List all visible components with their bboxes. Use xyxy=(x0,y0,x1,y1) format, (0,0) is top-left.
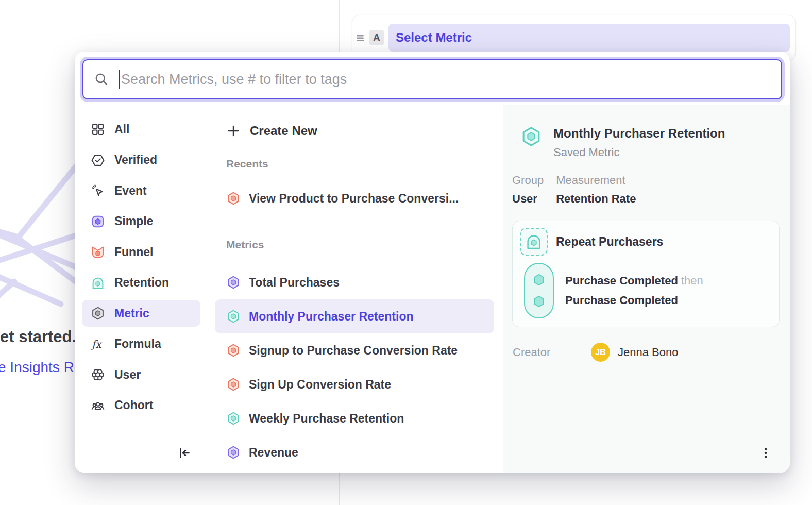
metric-type-label: Saved Metric xyxy=(553,145,725,160)
app-root: et started. e Insights Re A Select Metri… xyxy=(0,0,812,505)
definition-card: Repeat Purchasers Purcha xyxy=(512,221,780,327)
verified-icon xyxy=(91,153,105,167)
formula-icon: ƒx xyxy=(91,337,105,351)
hexagon-icon xyxy=(226,275,241,290)
insights-report-link-fragment[interactable]: e Insights Re xyxy=(0,359,82,376)
group-meta: Group User xyxy=(512,173,544,206)
sidebar-item-simple[interactable]: Simple xyxy=(82,208,200,235)
hexagon-icon xyxy=(226,377,241,392)
measurement-label: Measurement xyxy=(556,173,636,188)
kebab-menu-icon[interactable] xyxy=(759,446,772,460)
hexagon-icon xyxy=(226,343,241,358)
cohort-icon xyxy=(91,398,105,413)
definition-name: Repeat Purchasers xyxy=(556,235,663,249)
sidebar-item-label: Event xyxy=(114,184,147,198)
funnel-step: Purchase Completed xyxy=(565,293,703,308)
metric-list-item-label: Revenue xyxy=(249,446,298,460)
grid-icon xyxy=(91,122,105,137)
creator-name: Jenna Bono xyxy=(618,346,678,359)
hexagon-icon xyxy=(91,306,105,321)
metric-list-item[interactable]: Total Purchases xyxy=(215,265,494,299)
metric-list-item[interactable]: Monthly Purchaser Retention xyxy=(215,299,494,333)
metric-list-item[interactable]: Weekly Purchase Retention xyxy=(215,401,494,435)
hexagon-icon xyxy=(226,377,241,392)
hexagon-icon xyxy=(226,191,241,206)
search-area xyxy=(75,52,790,99)
retention-icon xyxy=(520,228,548,256)
metric-list-item-label: Weekly Purchase Retention xyxy=(249,412,404,426)
metric-list-item-label: Monthly Purchaser Retention xyxy=(249,310,413,324)
sidebar-item-verified[interactable]: Verified xyxy=(82,147,200,174)
collapse-left-icon[interactable] xyxy=(177,445,192,461)
sidebar-item-label: All xyxy=(114,123,129,137)
funnel-step: Purchase Completed then xyxy=(565,273,703,289)
metric-list-item[interactable]: Signup to Purchase Conversion Rate xyxy=(215,333,494,367)
measurement-value: Retention Rate xyxy=(556,192,636,206)
metric-list-item[interactable]: Revenue xyxy=(215,435,494,469)
metric-list-panel: Create New Recents View Product to Purch… xyxy=(206,105,503,473)
hexagon-icon xyxy=(226,309,241,324)
metrics-header: Metrics xyxy=(226,239,494,251)
user-icon xyxy=(91,367,105,382)
hexagon-icon xyxy=(226,411,241,426)
metric-title: Monthly Purchaser Retention xyxy=(553,126,725,141)
metric-list-item-label: Total Purchases xyxy=(249,276,340,290)
create-new-button[interactable]: Create New xyxy=(215,116,494,145)
funnel-icon xyxy=(91,245,105,259)
details-header: Monthly Purchaser Retention Saved Metric xyxy=(512,126,780,160)
recent-item[interactable]: View Product to Purchase Conversi... xyxy=(215,181,494,215)
metric-details-panel: Monthly Purchaser Retention Saved Metric… xyxy=(503,105,790,473)
filter-list: AllVerifiedEventSimpleFunnelRetentionMet… xyxy=(75,105,206,433)
recents-list: View Product to Purchase Conversi... xyxy=(215,181,494,215)
metric-list-item-label: Sign Up Conversion Rate xyxy=(249,378,391,392)
sidebar-item-user[interactable]: User xyxy=(82,361,200,388)
list-divider xyxy=(215,224,494,224)
svg-text:ƒx: ƒx xyxy=(91,338,103,350)
hexagon-icon xyxy=(226,445,241,460)
sidebar-item-label: Retention xyxy=(114,276,169,290)
search-box[interactable] xyxy=(82,59,782,99)
hexagon-icon xyxy=(226,309,241,324)
search-input[interactable] xyxy=(121,72,771,88)
metric-icon xyxy=(91,306,105,321)
sidebar-item-label: Simple xyxy=(114,214,153,228)
popover-body: AllVerifiedEventSimpleFunnelRetentionMet… xyxy=(75,105,790,473)
hexagon-icon xyxy=(531,294,547,309)
sidebar-item-label: User xyxy=(114,368,141,382)
definition-header: Repeat Purchasers xyxy=(520,228,772,256)
sidebar-item-retention[interactable]: Retention xyxy=(82,270,200,296)
event-icon xyxy=(91,183,105,198)
recents-header: Recents xyxy=(226,158,494,170)
sidebar-item-all[interactable]: All xyxy=(82,116,200,143)
sidebar-footer xyxy=(75,433,206,473)
definition-steps: Purchase Completed thenPurchase Complete… xyxy=(520,263,772,318)
sidebar-item-metric[interactable]: Metric xyxy=(82,300,200,327)
sidebar-item-label: Metric xyxy=(114,307,149,321)
creator-row: Creator JB Jenna Bono xyxy=(512,343,780,362)
hexagon-icon xyxy=(531,272,547,288)
sidebar-item-formula[interactable]: ƒxFormula xyxy=(82,331,200,358)
sidebar-item-label: Funnel xyxy=(114,245,153,259)
creator-label: Creator xyxy=(513,346,591,359)
background-headline-fragment: et started. xyxy=(0,328,76,346)
hexagon-icon xyxy=(226,411,241,426)
hexagon-icon xyxy=(226,275,241,290)
measurement-meta: Measurement Retention Rate xyxy=(556,173,636,206)
sidebar-item-cohort[interactable]: Cohort xyxy=(82,392,200,419)
sidebar-item-label: Formula xyxy=(114,337,161,351)
metric-list-item[interactable]: Sign Up Conversion Rate xyxy=(215,367,494,401)
sidebar-item-label: Verified xyxy=(114,153,157,167)
row-label-badge: A xyxy=(369,30,384,45)
select-metric-button[interactable]: Select Metric xyxy=(388,24,790,52)
retention-icon xyxy=(91,276,105,290)
metric-meta: Group User Measurement Retention Rate xyxy=(512,173,780,206)
step-lines: Purchase Completed thenPurchase Complete… xyxy=(565,263,703,318)
sidebar-item-funnel[interactable]: Funnel xyxy=(82,239,200,265)
drag-handle-icon[interactable] xyxy=(356,30,365,45)
hexagon-icon xyxy=(226,445,241,460)
hexagon-icon xyxy=(226,343,241,358)
hexagon-icon xyxy=(226,191,241,206)
hexagon-icon xyxy=(520,126,542,147)
sidebar-item-event[interactable]: Event xyxy=(82,177,200,204)
hexagon-icon xyxy=(520,126,542,160)
